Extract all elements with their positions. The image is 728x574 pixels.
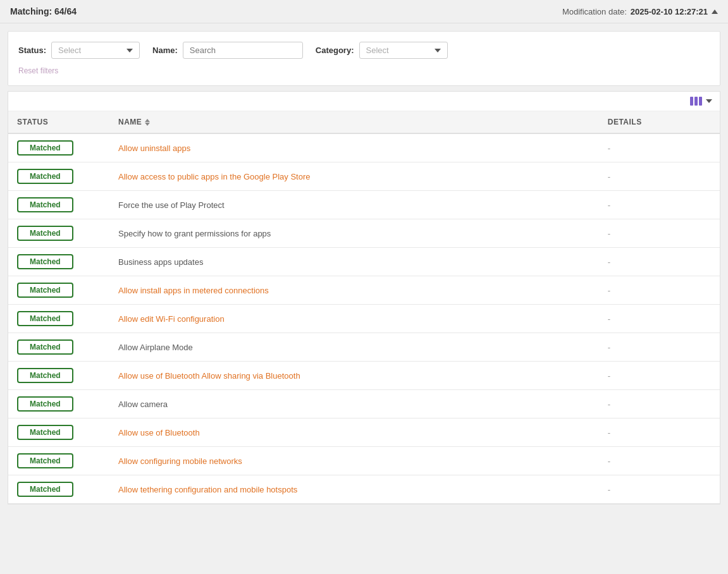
status-cell: Matched [8, 219, 109, 248]
matched-badge: Matched [17, 140, 73, 156]
name-sort-icon[interactable] [145, 119, 150, 126]
col-header-details: DETAILS [599, 111, 720, 133]
status-cell: Matched [8, 418, 109, 447]
details-cell: - [599, 475, 720, 504]
name-cell[interactable]: Allow uninstall apps [109, 133, 599, 162]
matched-badge: Matched [17, 368, 73, 383]
col-bar-3 [699, 97, 702, 106]
collapse-icon[interactable] [712, 9, 718, 14]
table-row: MatchedAllow uninstall apps- [8, 133, 720, 162]
name-cell[interactable]: Allow tethering configuration and mobile… [109, 475, 599, 504]
name-cell[interactable]: Allow edit Wi-Fi configuration [109, 305, 599, 333]
table-row: MatchedBusiness apps updates- [8, 248, 720, 276]
mod-date-label: Modification date: [562, 7, 627, 16]
details-cell: - [599, 447, 720, 475]
name-search-input[interactable] [183, 42, 303, 59]
name-col-label: NAME [118, 118, 142, 126]
name-cell: Force the use of Play Protect [109, 191, 599, 219]
name-cell[interactable]: Allow install apps in metered connection… [109, 276, 599, 305]
status-filter: Status: Select [18, 42, 140, 59]
table-row: MatchedAllow access to public apps in th… [8, 162, 720, 191]
name-label: Name: [152, 46, 178, 55]
mod-date-value: 2025-02-10 12:27:21 [631, 7, 708, 16]
matched-badge: Matched [17, 311, 73, 326]
matching-prefix: Matching: [10, 6, 52, 16]
matched-badge: Matched [17, 453, 73, 468]
matched-badge: Matched [17, 396, 73, 412]
matched-badge: Matched [17, 425, 73, 440]
status-cell: Matched [8, 333, 109, 362]
matched-badge: Matched [17, 339, 73, 355]
table-row: MatchedAllow camera- [8, 390, 720, 418]
matching-label: Matching: 64/64 [10, 6, 77, 16]
name-cell[interactable]: Allow use of Bluetooth [109, 418, 599, 447]
table-row: MatchedAllow Airplane Mode- [8, 333, 720, 362]
status-cell: Matched [8, 390, 109, 418]
col-header-name[interactable]: NAME [109, 111, 599, 133]
status-cell: Matched [8, 276, 109, 305]
name-cell[interactable]: Allow configuring mobile networks [109, 447, 599, 475]
reset-filters-button[interactable]: Reset filters [18, 66, 710, 75]
status-cell: Matched [8, 362, 109, 390]
matching-count: 64/64 [54, 6, 77, 16]
category-chevron-icon [435, 49, 441, 52]
table-header: STATUS NAME DETAILS [8, 111, 720, 133]
details-cell: - [599, 162, 720, 191]
table-row: MatchedAllow edit Wi-Fi configuration- [8, 305, 720, 333]
col-bar-2 [694, 97, 698, 106]
results-table: STATUS NAME DETAILS MatchedAllow uninsta… [8, 111, 720, 504]
status-cell: Matched [8, 162, 109, 191]
sort-up-icon [145, 119, 150, 122]
toolbar-chevron-icon[interactable] [706, 99, 712, 103]
name-cell: Allow Airplane Mode [109, 333, 599, 362]
col-header-status: STATUS [8, 111, 109, 133]
main-table-container: STATUS NAME DETAILS MatchedAllow uninsta… [8, 91, 720, 504]
table-row: MatchedAllow use of Bluetooth Allow shar… [8, 362, 720, 390]
name-cell[interactable]: Allow use of Bluetooth Allow sharing via… [109, 362, 599, 390]
details-cell: - [599, 305, 720, 333]
details-cell: - [599, 133, 720, 162]
col-bar-1 [690, 97, 693, 106]
status-cell: Matched [8, 248, 109, 276]
details-cell: - [599, 248, 720, 276]
table-row: MatchedAllow tethering configuration and… [8, 475, 720, 504]
details-cell: - [599, 390, 720, 418]
matched-badge: Matched [17, 226, 73, 241]
matched-badge: Matched [17, 169, 73, 184]
category-select-value: Select [366, 46, 389, 55]
name-cell: Specify how to grant permissions for app… [109, 219, 599, 248]
table-toolbar [8, 92, 720, 111]
status-chevron-icon [126, 49, 133, 52]
top-bar: Matching: 64/64 Modification date: 2025-… [0, 0, 728, 23]
category-label: Category: [316, 46, 354, 55]
sort-down-icon [145, 123, 150, 126]
category-select[interactable]: Select [359, 42, 448, 59]
status-cell: Matched [8, 305, 109, 333]
matched-badge: Matched [17, 482, 73, 497]
modification-date: Modification date: 2025-02-10 12:27:21 [562, 7, 718, 16]
matched-badge: Matched [17, 283, 73, 298]
name-cell: Business apps updates [109, 248, 599, 276]
matched-badge: Matched [17, 197, 73, 212]
details-cell: - [599, 191, 720, 219]
table-row: MatchedAllow configuring mobile networks… [8, 447, 720, 475]
table-row: MatchedForce the use of Play Protect- [8, 191, 720, 219]
details-cell: - [599, 333, 720, 362]
details-cell: - [599, 276, 720, 305]
details-cell: - [599, 362, 720, 390]
matched-badge: Matched [17, 254, 73, 269]
table-row: MatchedAllow use of Bluetooth- [8, 418, 720, 447]
filter-row: Status: Select Name: Category: Select [18, 42, 710, 59]
table-row: MatchedSpecify how to grant permissions … [8, 219, 720, 248]
table-row: MatchedAllow install apps in metered con… [8, 276, 720, 305]
status-select[interactable]: Select [51, 42, 140, 59]
columns-toggle-icon[interactable] [690, 97, 702, 106]
table-body: MatchedAllow uninstall apps-MatchedAllow… [8, 133, 720, 504]
status-select-value: Select [58, 46, 81, 55]
category-filter: Category: Select [316, 42, 448, 59]
name-filter: Name: [152, 42, 303, 59]
status-label: Status: [18, 46, 46, 55]
status-cell: Matched [8, 191, 109, 219]
name-cell[interactable]: Allow access to public apps in the Googl… [109, 162, 599, 191]
status-cell: Matched [8, 447, 109, 475]
